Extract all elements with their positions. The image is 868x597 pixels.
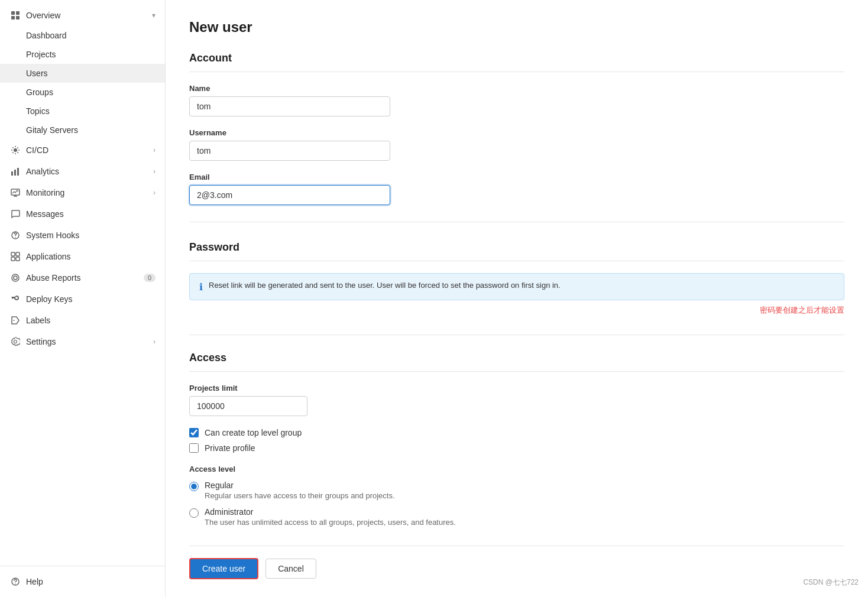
page-title: New user	[189, 19, 844, 35]
info-icon: ℹ	[199, 281, 203, 293]
private-profile-checkbox[interactable]	[189, 443, 199, 453]
password-chinese-note: 密码要创建之后才能设置	[189, 305, 844, 316]
svg-point-10	[15, 237, 16, 238]
sidebar-item-analytics[interactable]: Analytics ›	[0, 161, 165, 182]
password-section-title: Password	[189, 241, 844, 261]
access-level-title: Access level	[189, 465, 844, 473]
deploy-keys-icon	[9, 293, 21, 305]
sidebar-item-cicd[interactable]: CI/CD ›	[0, 139, 165, 161]
name-label: Name	[189, 84, 844, 93]
cicd-chevron-icon: ›	[153, 146, 156, 154]
administrator-radio-item[interactable]: Administrator The user has unlimited acc…	[189, 507, 844, 527]
administrator-radio-group: Administrator The user has unlimited acc…	[205, 507, 456, 527]
name-input[interactable]	[189, 96, 390, 116]
abuse-reports-icon	[9, 272, 21, 284]
main-content: New user Account Name Username Email Pas…	[166, 0, 868, 597]
projects-limit-group: Projects limit	[189, 384, 844, 416]
administrator-radio-desc: The user has unlimited access to all gro…	[205, 518, 456, 527]
projects-limit-label: Projects limit	[189, 384, 844, 392]
regular-radio-desc: Regular users have access to their group…	[205, 491, 395, 500]
svg-rect-11	[11, 252, 15, 256]
password-section: Password ℹ Reset link will be generated …	[189, 241, 844, 316]
svg-rect-14	[16, 257, 20, 261]
email-input[interactable]	[189, 185, 390, 205]
sidebar-item-topics[interactable]: Topics	[0, 102, 165, 121]
access-section-title: Access	[189, 352, 844, 372]
overview-label: Overview	[26, 11, 60, 20]
username-label: Username	[189, 128, 844, 137]
footer-note: CSDN @七七722	[803, 577, 859, 588]
svg-rect-7	[17, 168, 19, 176]
password-info-text: Reset link will be generated and sent to…	[209, 281, 561, 290]
svg-point-16	[14, 276, 17, 280]
monitoring-chevron-icon: ›	[153, 189, 156, 197]
administrator-radio[interactable]	[189, 508, 199, 518]
sidebar-item-groups[interactable]: Groups	[0, 83, 165, 102]
svg-rect-2	[11, 16, 15, 20]
access-section: Access Projects limit Can create top lev…	[189, 352, 844, 527]
sidebar-item-dashboard[interactable]: Dashboard	[0, 26, 165, 45]
regular-radio-item[interactable]: Regular Regular users have access to the…	[189, 481, 844, 500]
sidebar-item-settings[interactable]: Settings ›	[0, 331, 165, 352]
email-label: Email	[189, 173, 844, 181]
name-field-group: Name	[189, 84, 844, 116]
sidebar-navigation: Overview ▾ Dashboard Projects Users Grou…	[0, 0, 165, 566]
overview-chevron-icon: ▾	[152, 11, 156, 20]
projects-limit-input[interactable]	[189, 396, 307, 416]
account-section: Account Name Username Email	[189, 52, 844, 205]
svg-rect-13	[11, 257, 15, 261]
sidebar-item-system-hooks[interactable]: System Hooks	[0, 225, 165, 246]
svg-point-15	[12, 274, 19, 281]
password-access-divider	[189, 335, 844, 335]
cicd-icon	[9, 144, 21, 156]
account-section-title: Account	[189, 52, 844, 72]
svg-point-4	[14, 148, 17, 152]
username-input[interactable]	[189, 141, 390, 161]
sidebar-item-labels[interactable]: Labels	[0, 310, 165, 331]
regular-radio[interactable]	[189, 482, 199, 491]
regular-radio-group: Regular Regular users have access to the…	[205, 481, 395, 500]
can-create-group-checkbox[interactable]	[189, 428, 199, 437]
svg-rect-5	[11, 171, 13, 176]
password-info-box: ℹ Reset link will be generated and sent …	[189, 273, 844, 300]
sidebar: Overview ▾ Dashboard Projects Users Grou…	[0, 0, 166, 597]
analytics-chevron-icon: ›	[153, 167, 156, 176]
settings-icon	[9, 336, 21, 348]
help-link[interactable]: Help	[9, 576, 156, 588]
account-password-divider	[189, 222, 844, 222]
create-user-button[interactable]: Create user	[189, 558, 258, 579]
overview-icon	[9, 9, 21, 21]
svg-rect-1	[16, 11, 20, 15]
svg-rect-12	[16, 252, 20, 256]
sidebar-item-overview[interactable]: Overview ▾	[0, 5, 165, 26]
regular-radio-label: Regular	[205, 481, 395, 490]
access-level-section: Access level Regular Regular users have …	[189, 465, 844, 527]
applications-icon	[9, 251, 21, 262]
sidebar-item-deploy-keys[interactable]: Deploy Keys	[0, 288, 165, 310]
sidebar-footer: Help	[0, 566, 165, 597]
svg-rect-3	[16, 16, 20, 20]
private-profile-checkbox-item[interactable]: Private profile	[189, 443, 844, 453]
system-hooks-icon	[9, 229, 21, 241]
cancel-button[interactable]: Cancel	[265, 559, 316, 579]
sidebar-item-users[interactable]: Users	[0, 64, 165, 83]
monitoring-icon	[9, 187, 21, 199]
sidebar-item-messages[interactable]: Messages	[0, 203, 165, 225]
sidebar-item-projects[interactable]: Projects	[0, 45, 165, 64]
can-create-group-label: Can create top level group	[205, 428, 302, 437]
sidebar-item-applications[interactable]: Applications	[0, 246, 165, 267]
svg-point-18	[14, 340, 17, 343]
sidebar-item-monitoring[interactable]: Monitoring ›	[0, 182, 165, 203]
username-field-group: Username	[189, 128, 844, 161]
sidebar-item-abuse-reports[interactable]: Abuse Reports 0	[0, 267, 165, 288]
help-icon	[9, 576, 21, 588]
settings-chevron-icon: ›	[153, 338, 156, 346]
abuse-reports-badge: 0	[144, 274, 156, 282]
private-profile-label: Private profile	[205, 443, 255, 453]
can-create-group-checkbox-item[interactable]: Can create top level group	[189, 428, 844, 437]
labels-icon	[9, 314, 21, 326]
form-actions: Create user Cancel	[189, 546, 844, 579]
sidebar-item-gitaly[interactable]: Gitaly Servers	[0, 121, 165, 139]
checkbox-group: Can create top level group Private profi…	[189, 428, 844, 453]
email-field-group: Email	[189, 173, 844, 205]
